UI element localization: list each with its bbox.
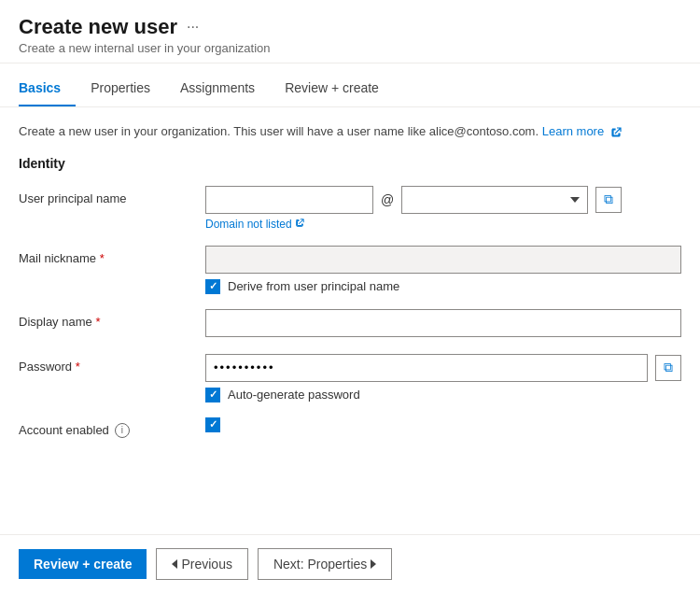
previous-button[interactable]: Previous bbox=[156, 548, 247, 580]
password-required-star: * bbox=[76, 360, 80, 374]
upn-group: User principal name @ ⧉ Domain not liste… bbox=[19, 186, 681, 231]
domain-dropdown[interactable] bbox=[401, 186, 588, 214]
autogenerate-checkmark-icon: ✓ bbox=[209, 388, 217, 401]
at-symbol: @ bbox=[377, 192, 398, 207]
tab-review-create[interactable]: Review + create bbox=[285, 71, 394, 106]
page-title: Create new user bbox=[19, 15, 177, 39]
account-enabled-label: Account enabled i bbox=[19, 417, 205, 438]
copy-icon: ⧉ bbox=[604, 191, 613, 207]
more-options-icon[interactable]: ··· bbox=[187, 19, 199, 35]
main-content: Create a new user in your organization. … bbox=[0, 107, 700, 477]
autogenerate-checkbox[interactable]: ✓ bbox=[205, 388, 220, 402]
learn-more-link[interactable]: Learn more bbox=[542, 124, 622, 138]
upn-input[interactable] bbox=[205, 186, 373, 214]
footer: Review + create Previous Next: Propertie… bbox=[0, 534, 700, 593]
password-control-area: ⧉ ✓ Auto-generate password bbox=[205, 354, 681, 402]
autogenerate-checkbox-label: Auto-generate password bbox=[228, 388, 360, 402]
mail-nickname-group: Mail nickname * ✓ Derive from user princ… bbox=[19, 246, 681, 294]
tab-assignments[interactable]: Assignments bbox=[180, 71, 270, 106]
mail-nickname-label: Mail nickname * bbox=[19, 246, 205, 265]
chevron-down-icon bbox=[570, 197, 580, 203]
display-name-label: Display name * bbox=[19, 309, 205, 329]
display-name-input[interactable] bbox=[205, 309, 681, 337]
mail-nickname-input bbox=[205, 246, 681, 274]
account-enabled-group: Account enabled i ✓ bbox=[19, 417, 681, 447]
domain-external-link-icon bbox=[295, 219, 304, 228]
external-link-icon bbox=[610, 127, 622, 138]
account-enabled-checkmark-icon: ✓ bbox=[209, 418, 217, 431]
chevron-left-icon bbox=[172, 559, 177, 569]
derive-checkbox-row: ✓ Derive from user principal name bbox=[205, 279, 681, 294]
password-row: ⧉ bbox=[205, 354, 681, 382]
display-name-required-star: * bbox=[95, 315, 100, 329]
upn-row: @ ⧉ bbox=[205, 186, 681, 214]
account-enabled-control-area: ✓ bbox=[205, 417, 681, 432]
chevron-right-icon bbox=[371, 559, 376, 569]
derive-checkbox-label: Derive from user principal name bbox=[228, 279, 399, 293]
tab-properties[interactable]: Properties bbox=[91, 71, 165, 106]
password-label: Password * bbox=[19, 354, 205, 374]
tab-bar: Basics Properties Assignments Review + c… bbox=[0, 71, 700, 107]
account-enabled-info-icon[interactable]: i bbox=[115, 423, 130, 438]
upn-label: User principal name bbox=[19, 186, 205, 205]
display-name-control-area bbox=[205, 309, 681, 337]
tab-basics[interactable]: Basics bbox=[19, 71, 76, 106]
review-create-button[interactable]: Review + create bbox=[19, 549, 147, 579]
identity-heading: Identity bbox=[19, 156, 681, 171]
page-header: Create new user ··· Create a new interna… bbox=[0, 0, 700, 64]
page-subtitle: Create a new internal user in your organ… bbox=[19, 41, 681, 55]
copy-upn-button[interactable]: ⧉ bbox=[595, 187, 622, 213]
description-text: Create a new user in your organization. … bbox=[19, 122, 681, 141]
derive-checkbox[interactable]: ✓ bbox=[205, 279, 220, 294]
upn-control-area: @ ⧉ Domain not listed bbox=[205, 186, 681, 231]
copy-password-button[interactable]: ⧉ bbox=[655, 355, 681, 381]
domain-not-listed-link[interactable]: Domain not listed bbox=[205, 218, 681, 231]
password-group: Password * ⧉ ✓ Auto-generate password bbox=[19, 354, 681, 402]
display-name-group: Display name * bbox=[19, 309, 681, 339]
copy-password-icon: ⧉ bbox=[664, 360, 673, 375]
autogenerate-checkbox-row: ✓ Auto-generate password bbox=[205, 388, 681, 402]
account-enabled-checkbox[interactable]: ✓ bbox=[205, 417, 220, 432]
next-button[interactable]: Next: Properties bbox=[258, 548, 392, 580]
derive-checkmark-icon: ✓ bbox=[209, 280, 217, 292]
required-star: * bbox=[100, 251, 105, 265]
password-input[interactable] bbox=[205, 354, 648, 382]
mail-nickname-control-area: ✓ Derive from user principal name bbox=[205, 246, 681, 294]
